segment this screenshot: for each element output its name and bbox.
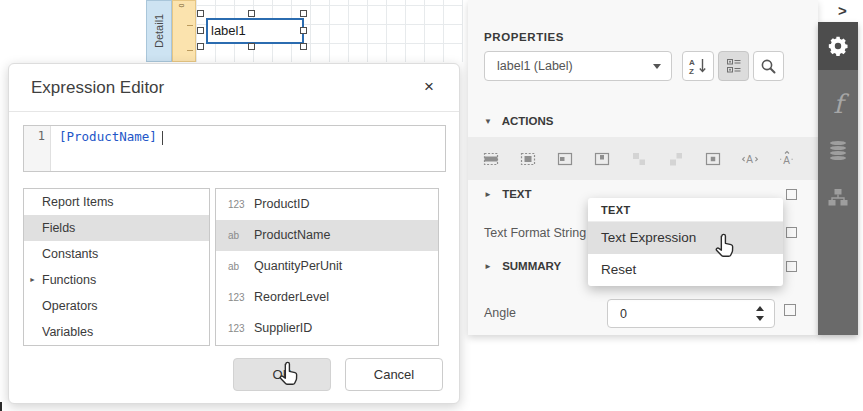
string-type-icon: ab	[228, 251, 254, 282]
expression-editor-dialog: Expression Editor × 1 [ProductName] Repo…	[8, 63, 460, 404]
actions-toolbar: A A	[468, 137, 818, 180]
ruler-origin-label: 0	[178, 4, 185, 8]
triangle-right-icon: ►	[484, 262, 492, 271]
line-number: 1	[38, 129, 45, 143]
send-to-back-icon[interactable]	[667, 150, 704, 168]
ok-button[interactable]: OK	[233, 358, 331, 391]
text-format-string-label: Text Format String	[484, 226, 586, 240]
category-item-fields[interactable]: Fields	[24, 215, 209, 241]
field-list-icon	[830, 140, 846, 161]
detail-band-label: Detail1	[147, 1, 171, 61]
menu-item-text-expression[interactable]: Text Expression	[588, 222, 783, 254]
report-explorer-tab[interactable]	[818, 178, 858, 218]
context-menu-header: TEXT	[588, 198, 783, 222]
resize-handle[interactable]	[248, 43, 255, 50]
center-horizontally-icon[interactable]	[556, 150, 593, 168]
sort-az-button[interactable]: A Z	[682, 51, 714, 81]
panel-title: PROPERTIES	[484, 31, 564, 43]
cancel-button[interactable]: Cancel	[345, 358, 443, 391]
field-item-supplierid[interactable]: 123 SupplierID	[216, 313, 438, 344]
close-icon[interactable]: ×	[417, 64, 441, 110]
svg-text:A: A	[689, 58, 695, 67]
category-item-report-items[interactable]: Report Items	[24, 189, 209, 215]
resize-handle[interactable]	[300, 27, 307, 34]
property-marker-checkbox[interactable]	[784, 304, 796, 316]
numeric-type-icon: 123	[228, 282, 254, 313]
fit-to-band-icon[interactable]	[482, 150, 519, 168]
category-item-functions[interactable]: ► Functions	[24, 267, 209, 293]
angle-label: Angle	[484, 306, 516, 320]
field-list-tab[interactable]	[818, 130, 858, 170]
svg-text:A: A	[783, 155, 790, 166]
resize-handle[interactable]	[300, 43, 307, 50]
menu-item-reset[interactable]: Reset	[588, 254, 783, 286]
field-item-productname[interactable]: ab ProductName	[216, 220, 438, 251]
string-type-icon: ab	[228, 220, 254, 251]
label-control-text: label1	[211, 23, 246, 38]
field-item-productid[interactable]: 123 ProductID	[216, 189, 438, 220]
search-button[interactable]	[753, 51, 784, 81]
ruler-tick	[187, 25, 193, 26]
text-context-menu: TEXT Text Expression Reset	[588, 198, 783, 286]
resize-handle[interactable]	[197, 10, 204, 17]
category-item-constants[interactable]: Constants	[24, 241, 209, 267]
ruler-tick	[187, 50, 193, 51]
line-number-gutter: 1	[24, 126, 51, 171]
gear-icon	[827, 35, 849, 57]
category-list: Report Items Fields Constants ► Function…	[23, 188, 210, 346]
report-explorer-icon	[827, 187, 849, 209]
resize-handle[interactable]	[300, 10, 307, 17]
resize-handle[interactable]	[248, 10, 255, 17]
center-vertically-icon[interactable]	[593, 150, 630, 168]
dialog-header: Expression Editor ×	[9, 64, 459, 112]
field-list: 123 ProductID ab ProductName ab Quantity…	[215, 188, 439, 346]
search-icon	[760, 58, 777, 75]
auto-height-icon[interactable]: A	[778, 150, 815, 168]
triangle-down-icon: ▼	[484, 117, 492, 126]
category-view-icon	[726, 58, 742, 74]
section-summary[interactable]: ► SUMMARY	[484, 260, 561, 272]
field-item-quantityperunit[interactable]: ab QuantityPerUnit	[216, 251, 438, 282]
resize-handle[interactable]	[197, 27, 204, 34]
svg-text:Z: Z	[689, 67, 694, 76]
angle-input[interactable]	[607, 299, 775, 328]
properties-tab[interactable]	[818, 22, 858, 70]
expand-arrow-icon: ►	[29, 267, 36, 293]
collapse-panel-chevron-icon[interactable]: >	[838, 2, 847, 19]
surface-corner-mark	[0, 402, 2, 411]
spinner-down-icon[interactable]	[756, 316, 764, 321]
field-item-reorderlevel[interactable]: 123 ReorderLevel	[216, 282, 438, 313]
triangle-right-icon: ►	[484, 190, 492, 199]
designer-sidebar: f	[818, 22, 858, 335]
fit-to-container-icon[interactable]	[519, 150, 556, 168]
auto-width-icon[interactable]: A	[741, 150, 778, 168]
center-in-container-icon[interactable]	[704, 150, 741, 168]
dialog-title: Expression Editor	[31, 64, 164, 112]
bring-to-front-icon[interactable]	[630, 150, 667, 168]
section-actions[interactable]: ▼ ACTIONS	[484, 115, 553, 127]
expression-code-editor[interactable]: 1 [ProductName]	[23, 125, 446, 172]
spinner-up-icon[interactable]	[756, 306, 764, 311]
numeric-type-icon: 123	[228, 189, 254, 220]
category-view-button[interactable]	[718, 51, 749, 81]
resize-handle[interactable]	[197, 43, 204, 50]
property-marker-checkbox[interactable]	[786, 261, 797, 272]
expressions-icon: f	[833, 89, 843, 119]
chevron-down-icon	[653, 64, 661, 69]
property-marker-checkbox[interactable]	[786, 189, 797, 200]
control-selector-dropdown[interactable]: label1 (Label)	[484, 51, 672, 81]
expressions-tab[interactable]: f	[818, 84, 858, 124]
section-text[interactable]: ► TEXT	[484, 188, 532, 200]
control-selector-value: label1 (Label)	[497, 59, 573, 73]
svg-text:A: A	[746, 154, 753, 165]
detail-band-strip[interactable]: Detail1	[146, 0, 172, 62]
expression-text[interactable]: [ProductName]	[51, 126, 163, 171]
property-marker-checkbox[interactable]	[786, 227, 797, 238]
vertical-ruler: 0	[172, 0, 196, 62]
numeric-type-icon: 123	[228, 313, 254, 344]
category-item-operators[interactable]: Operators	[24, 293, 209, 319]
category-item-variables[interactable]: Variables	[24, 319, 209, 345]
text-caret	[162, 131, 163, 145]
label-control[interactable]: label1	[206, 18, 304, 44]
sort-az-icon: A Z	[687, 56, 709, 76]
